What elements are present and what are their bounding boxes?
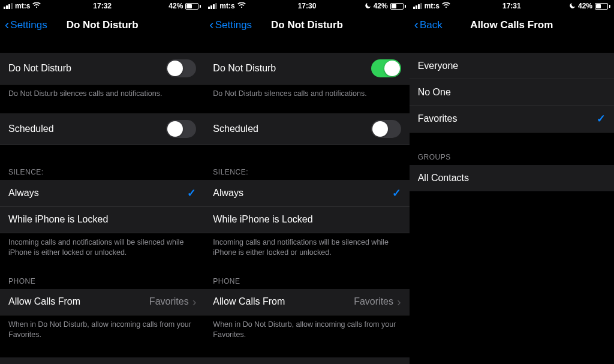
chevron-left-icon: ‹ — [5, 19, 9, 32]
screen-dnd-on: mt:s 17:30 42% ‹ Settings Do Not Disturb… — [204, 0, 409, 364]
option-label: Everyone — [418, 61, 459, 71]
option-label: No One — [418, 87, 451, 98]
allow-calls-footer: When in Do Not Disturb, allow incoming c… — [204, 315, 409, 340]
silence-always-label: Always — [213, 188, 243, 198]
scheduled-toggle-row[interactable]: Scheduled — [204, 113, 409, 145]
wifi-icon — [32, 2, 41, 10]
groups-header: GROUPS — [410, 153, 614, 165]
chevron-left-icon: ‹ — [414, 19, 419, 32]
allow-option-no-one[interactable]: No One — [410, 79, 614, 106]
screen-dnd-off: mt:s 17:32 42% ‹ Settings Do Not Disturb… — [0, 0, 204, 364]
cellular-signal-icon — [413, 3, 422, 9]
dnd-label: Do Not Disturb — [213, 63, 276, 74]
battery-icon — [390, 3, 406, 10]
allow-calls-footer: When in Do Not Disturb, allow incoming c… — [0, 315, 204, 340]
silence-locked-row[interactable]: While iPhone is Locked — [204, 207, 409, 233]
status-time: 17:30 — [298, 2, 317, 10]
dnd-toggle[interactable] — [166, 59, 196, 77]
nav-bar: ‹ Back Allow Calls From — [410, 12, 614, 38]
silence-always-row[interactable]: Always ✓ — [0, 180, 204, 207]
dnd-toggle[interactable] — [371, 59, 401, 77]
silence-always-label: Always — [8, 188, 39, 198]
group-label: All Contacts — [418, 173, 469, 183]
silence-locked-label: While iPhone is Locked — [213, 214, 312, 225]
moon-icon — [365, 2, 371, 10]
moon-icon — [569, 2, 576, 10]
checkmark-icon: ✓ — [187, 186, 196, 200]
cellular-signal-icon — [4, 3, 13, 9]
scheduled-toggle[interactable] — [371, 120, 401, 138]
dnd-footer: Do Not Disturb silences calls and notifi… — [0, 85, 204, 99]
dnd-label: Do Not Disturb — [8, 63, 71, 74]
scheduled-toggle-row[interactable]: Scheduled — [0, 113, 204, 145]
cellular-signal-icon — [208, 3, 217, 9]
repeated-calls-row[interactable]: Repeated Calls — [0, 357, 204, 364]
battery-pct: 42% — [578, 2, 592, 10]
chevron-right-icon: › — [397, 296, 401, 308]
allow-calls-label: Allow Calls From — [8, 296, 80, 307]
carrier-label: mt:s — [219, 2, 234, 10]
carrier-label: mt:s — [425, 2, 440, 10]
status-bar: mt:s 17:30 42% — [204, 0, 409, 12]
back-button[interactable]: ‹ Settings — [5, 19, 47, 32]
chevron-right-icon: › — [192, 296, 197, 308]
battery-icon — [185, 3, 201, 10]
scheduled-toggle[interactable] — [166, 120, 196, 138]
status-time: 17:32 — [93, 2, 112, 10]
silence-footer: Incoming calls and notifications will be… — [0, 233, 204, 258]
scheduled-label: Scheduled — [213, 124, 258, 134]
back-label: Settings — [10, 19, 47, 31]
status-bar: mt:s 17:32 42% — [0, 0, 204, 12]
silence-locked-label: While iPhone is Locked — [8, 214, 108, 225]
dnd-toggle-row[interactable]: Do Not Disturb — [0, 53, 204, 85]
battery-pct: 42% — [374, 2, 388, 10]
group-all-contacts[interactable]: All Contacts — [410, 165, 614, 191]
option-label: Favorites — [418, 113, 458, 124]
phone-header: PHONE — [0, 277, 204, 289]
allow-option-everyone[interactable]: Everyone — [410, 53, 614, 79]
allow-calls-label: Allow Calls From — [213, 296, 285, 307]
repeated-calls-row[interactable]: Repeated Calls — [204, 357, 409, 364]
battery-icon — [595, 3, 610, 10]
nav-bar: ‹ Settings Do Not Disturb — [0, 12, 204, 38]
page-title: Do Not Disturb — [271, 19, 343, 31]
screen-allow-calls: mt:s 17:31 42% ‹ Back Allow Calls From E… — [410, 0, 614, 364]
status-time: 17:31 — [502, 2, 521, 10]
silence-footer: Incoming calls and notifications will be… — [204, 233, 409, 258]
allow-option-favorites[interactable]: Favorites ✓ — [410, 106, 614, 133]
silence-locked-row[interactable]: While iPhone is Locked — [0, 207, 204, 233]
allow-calls-row[interactable]: Allow Calls From Favorites › — [204, 289, 409, 315]
allow-calls-value: Favorites — [354, 296, 393, 307]
carrier-label: mt:s — [15, 2, 30, 10]
scheduled-label: Scheduled — [8, 124, 54, 134]
wifi-icon — [442, 2, 450, 10]
back-label: Settings — [215, 19, 252, 31]
page-title: Do Not Disturb — [67, 19, 139, 31]
phone-header: PHONE — [204, 277, 409, 289]
back-button[interactable]: ‹ Settings — [209, 19, 252, 32]
silence-always-row[interactable]: Always ✓ — [204, 180, 409, 207]
nav-bar: ‹ Settings Do Not Disturb — [204, 12, 409, 38]
chevron-left-icon: ‹ — [209, 19, 213, 32]
allow-calls-value: Favorites — [149, 296, 189, 307]
silence-header: SILENCE: — [204, 168, 409, 180]
back-button[interactable]: ‹ Back — [414, 19, 443, 32]
back-label: Back — [420, 19, 443, 31]
checkmark-icon: ✓ — [392, 186, 401, 200]
dnd-toggle-row[interactable]: Do Not Disturb — [204, 53, 409, 85]
page-title: Allow Calls From — [470, 19, 553, 31]
silence-header: SILENCE: — [0, 168, 204, 180]
checkmark-icon: ✓ — [597, 112, 606, 125]
wifi-icon — [237, 2, 246, 10]
battery-pct: 42% — [168, 2, 183, 10]
dnd-footer: Do Not Disturb silences calls and notifi… — [204, 85, 409, 99]
allow-calls-row[interactable]: Allow Calls From Favorites › — [0, 289, 204, 315]
status-bar: mt:s 17:31 42% — [410, 0, 614, 12]
